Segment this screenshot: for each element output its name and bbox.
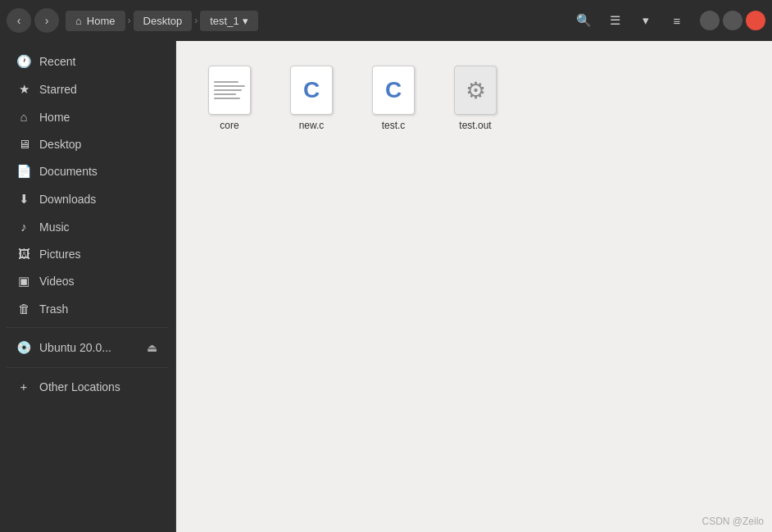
sidebar-item-ubuntu-label: Ubuntu 20.0... (39, 341, 111, 354)
sidebar-item-other-locations[interactable]: + Other Locations (3, 373, 172, 400)
breadcrumb-test1-label: test_1 (210, 15, 238, 27)
sidebar-divider-1 (7, 327, 169, 328)
gear-icon: ⚙ (465, 77, 486, 104)
starred-icon: ★ (16, 82, 31, 97)
file-icon-new-c: C (290, 66, 333, 115)
file-icon-test-c: C (372, 66, 415, 115)
sidebar-item-other-locations-label: Other Locations (39, 380, 120, 393)
menu-icon: ≡ (674, 14, 681, 28)
sidebar-item-documents-label: Documents (39, 165, 98, 178)
breadcrumb-home-label: Home (87, 15, 116, 27)
content-area: core C new.c C test.c ⚙ te (176, 41, 772, 532)
list-options-icon: ▾ (643, 13, 649, 28)
minimize-button[interactable]: − (700, 11, 720, 30)
main: 🕐 Recent ★ Starred ⌂ Home 🖥 Desktop 📄 Do… (0, 41, 772, 532)
forward-button[interactable]: › (34, 8, 59, 33)
file-item-test-c[interactable]: C test.c (356, 57, 430, 139)
list-view-icon: ☰ (610, 13, 620, 28)
sidebar-item-music-label: Music (39, 221, 70, 234)
close-icon: ✕ (752, 16, 760, 26)
sidebar-item-music[interactable]: ♪ Music (3, 213, 172, 240)
file-line (214, 93, 236, 95)
sidebar-item-recent[interactable]: 🕐 Recent (3, 48, 172, 75)
sidebar: 🕐 Recent ★ Starred ⌂ Home 🖥 Desktop 📄 Do… (0, 41, 176, 532)
file-item-core[interactable]: core (193, 57, 266, 139)
desktop-icon: 🖥 (16, 137, 31, 151)
sidebar-item-starred-label: Starred (39, 83, 77, 96)
sidebar-item-documents[interactable]: 📄 Documents (3, 157, 172, 185)
back-button[interactable]: ‹ (7, 8, 31, 33)
file-lines-core (209, 76, 250, 104)
sidebar-divider-2 (7, 367, 169, 368)
file-line (214, 98, 240, 99)
documents-icon: 📄 (16, 164, 31, 179)
sidebar-item-downloads[interactable]: ⬇ Downloads (3, 185, 172, 213)
menu-button[interactable]: ≡ (664, 7, 690, 34)
titlebar-actions: 🔍 ☰ ▾ ≡ (570, 7, 690, 34)
other-locations-icon: + (16, 380, 31, 393)
trash-icon: 🗑 (16, 302, 31, 316)
maximize-icon: □ (730, 16, 736, 25)
file-name-core: core (220, 120, 238, 131)
breadcrumb-test1[interactable]: test_1 ▾ (200, 11, 257, 31)
sidebar-item-starred[interactable]: ★ Starred (3, 75, 172, 103)
list-view-button[interactable]: ☰ (602, 7, 628, 34)
breadcrumb-sep-2: › (194, 15, 198, 26)
c-icon-letter-test: C (385, 77, 402, 103)
sidebar-item-videos[interactable]: ▣ Videos (3, 267, 172, 295)
sidebar-item-home[interactable]: ⌂ Home (3, 103, 172, 130)
pictures-icon: 🖼 (16, 247, 31, 261)
home-icon: ⌂ (75, 15, 82, 27)
list-options-button[interactable]: ▾ (633, 7, 659, 34)
file-grid: core C new.c C test.c ⚙ te (176, 41, 772, 156)
sidebar-item-trash-label: Trash (39, 302, 68, 316)
downloads-icon: ⬇ (16, 192, 31, 207)
file-line (214, 89, 242, 91)
sidebar-item-videos-label: Videos (39, 275, 75, 288)
sidebar-item-ubuntu[interactable]: 💿 Ubuntu 20.0... ⏏ (3, 333, 172, 362)
breadcrumb-home[interactable]: ⌂ Home (66, 11, 125, 31)
sidebar-item-recent-label: Recent (39, 55, 75, 68)
file-icon-test-out: ⚙ (454, 66, 497, 115)
c-icon-letter-new: C (303, 77, 320, 103)
videos-icon: ▣ (16, 274, 31, 289)
file-icon-core (208, 66, 251, 115)
file-name-test-out: test.out (459, 120, 491, 131)
breadcrumb-desktop[interactable]: Desktop (134, 11, 193, 31)
sidebar-item-downloads-label: Downloads (39, 193, 96, 206)
file-item-test-out[interactable]: ⚙ test.out (438, 57, 512, 139)
watermark: CSDN @Zeilo (702, 516, 764, 527)
search-button[interactable]: 🔍 (570, 7, 597, 34)
titlebar: ‹ › ⌂ Home › Desktop › test_1 ▾ 🔍 ☰ ▾ ≡ … (0, 0, 772, 41)
sidebar-ubuntu-left: 💿 Ubuntu 20.0... (16, 340, 111, 355)
sidebar-item-desktop-label: Desktop (39, 138, 81, 151)
breadcrumb-dropdown-icon: ▾ (243, 15, 248, 27)
close-button[interactable]: ✕ (746, 11, 765, 30)
breadcrumb-sep-1: › (128, 15, 131, 26)
sidebar-item-pictures[interactable]: 🖼 Pictures (3, 240, 172, 267)
ubuntu-icon: 💿 (16, 340, 31, 355)
sidebar-item-pictures-label: Pictures (39, 248, 81, 261)
maximize-button[interactable]: □ (723, 11, 742, 30)
file-line (214, 85, 245, 87)
music-icon: ♪ (16, 220, 31, 234)
file-line (214, 81, 238, 83)
sidebar-item-trash[interactable]: 🗑 Trash (3, 295, 172, 322)
eject-button[interactable]: ⏏ (145, 339, 159, 356)
sidebar-item-desktop[interactable]: 🖥 Desktop (3, 130, 172, 157)
home-sidebar-icon: ⌂ (16, 110, 31, 124)
file-name-test-c: test.c (382, 120, 406, 131)
recent-icon: 🕐 (16, 54, 31, 69)
breadcrumb: ⌂ Home › Desktop › test_1 ▾ (66, 11, 567, 31)
file-name-new-c: new.c (299, 120, 325, 131)
minimize-icon: − (707, 16, 712, 25)
sidebar-item-home-label: Home (39, 111, 70, 124)
file-item-new-c[interactable]: C new.c (275, 57, 348, 139)
search-icon: 🔍 (576, 13, 592, 28)
window-controls: − □ ✕ (700, 11, 765, 30)
